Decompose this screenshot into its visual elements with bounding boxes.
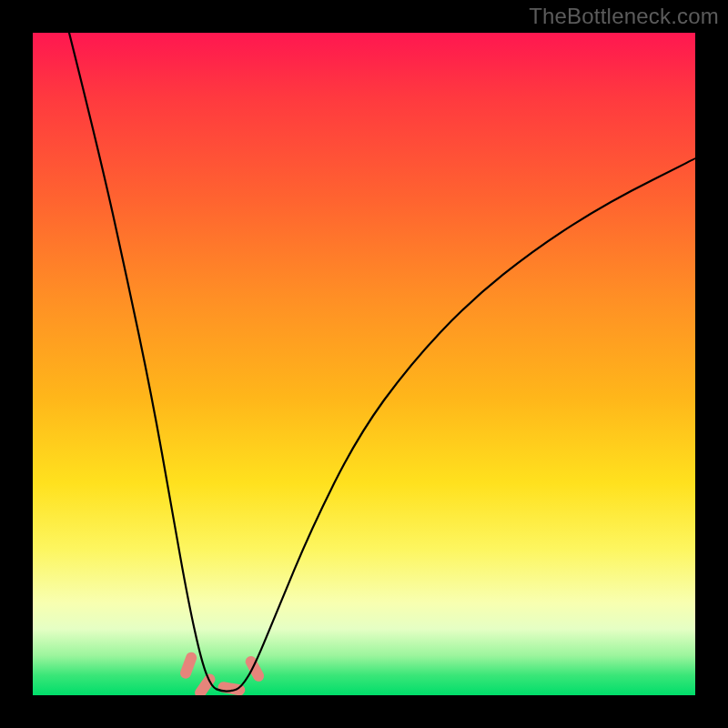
plot-area — [33, 33, 695, 695]
trough-marker — [193, 672, 217, 695]
trough-marker — [217, 681, 247, 695]
curve-svg — [33, 33, 695, 695]
trough-marker — [178, 651, 198, 680]
bottleneck-curve — [69, 33, 695, 692]
chart-frame: TheBottleneck.com — [0, 0, 728, 728]
trough-markers — [178, 651, 266, 695]
watermark-text: TheBottleneck.com — [529, 4, 719, 29]
